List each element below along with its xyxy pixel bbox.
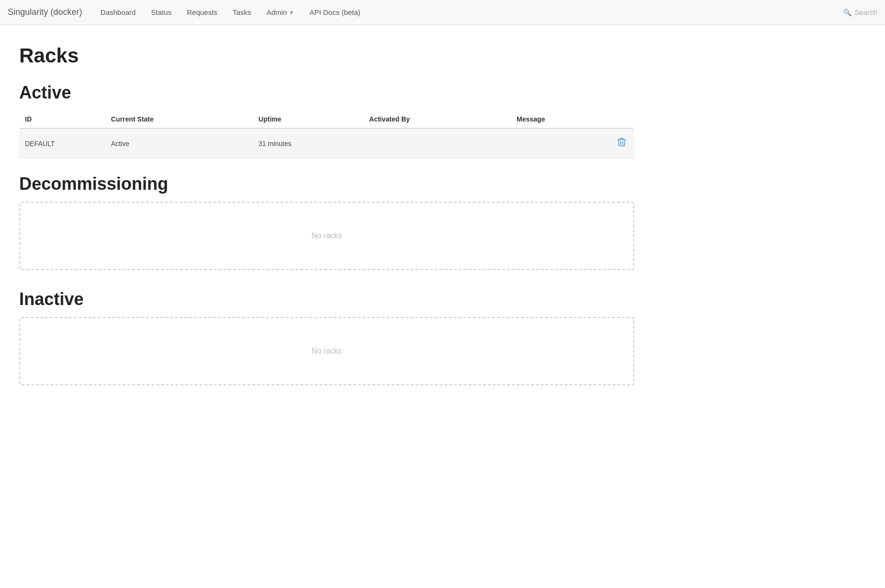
section-inactive-title: Inactive xyxy=(19,289,634,309)
col-header-uptime: Uptime xyxy=(253,110,363,128)
nav-item-admin[interactable]: Admin ▼ xyxy=(260,4,301,20)
nav-item-api-docs[interactable]: API Docs (beta) xyxy=(303,4,367,20)
section-inactive: Inactive No racks xyxy=(19,289,634,385)
decommissioning-empty-box: No racks xyxy=(19,202,634,270)
main-content: Racks Active ID Current State Uptime Act… xyxy=(0,25,653,424)
row-uptime: 31 minutes xyxy=(253,128,363,159)
search-icon: 🔍 xyxy=(843,9,851,16)
col-header-state: Current State xyxy=(105,110,253,128)
trash-icon xyxy=(617,137,627,147)
nav-links: Dashboard Status Requests Tasks Admin ▼ … xyxy=(94,4,843,20)
page-title: Racks xyxy=(19,44,634,67)
navbar: Singularity (docker) Dashboard Status Re… xyxy=(0,0,885,25)
col-header-activated-by: Activated By xyxy=(363,110,511,128)
nav-item-tasks[interactable]: Tasks xyxy=(226,4,258,20)
col-header-action xyxy=(609,110,634,128)
search-label[interactable]: Search xyxy=(854,8,877,16)
active-table: ID Current State Uptime Activated By Mes… xyxy=(19,110,634,159)
inactive-empty-box: No racks xyxy=(19,317,634,385)
section-active-title: Active xyxy=(19,83,634,103)
nav-item-dashboard[interactable]: Dashboard xyxy=(94,4,142,20)
nav-item-status[interactable]: Status xyxy=(144,4,178,20)
row-activated-by xyxy=(363,128,511,159)
row-id: DEFAULT xyxy=(19,128,105,159)
row-message xyxy=(511,128,609,159)
section-active: Active ID Current State Uptime Activated… xyxy=(19,83,634,159)
row-state: Active xyxy=(105,128,253,159)
nav-item-requests[interactable]: Requests xyxy=(180,4,224,20)
col-header-id: ID xyxy=(19,110,105,128)
inactive-empty-text: No racks xyxy=(311,347,342,355)
admin-dropdown-arrow: ▼ xyxy=(289,10,294,15)
table-row: DEFAULT Active 31 minutes xyxy=(19,128,634,159)
search-container[interactable]: 🔍 Search xyxy=(843,8,877,16)
table-header-row: ID Current State Uptime Activated By Mes… xyxy=(19,110,634,128)
section-decommissioning: Decommissioning No racks xyxy=(19,174,634,270)
app-brand[interactable]: Singularity (docker) xyxy=(8,7,82,17)
col-header-message: Message xyxy=(511,110,609,128)
section-decommissioning-title: Decommissioning xyxy=(19,174,634,194)
row-action xyxy=(609,128,634,159)
delete-rack-button[interactable] xyxy=(615,135,628,151)
decommissioning-empty-text: No racks xyxy=(311,232,342,240)
